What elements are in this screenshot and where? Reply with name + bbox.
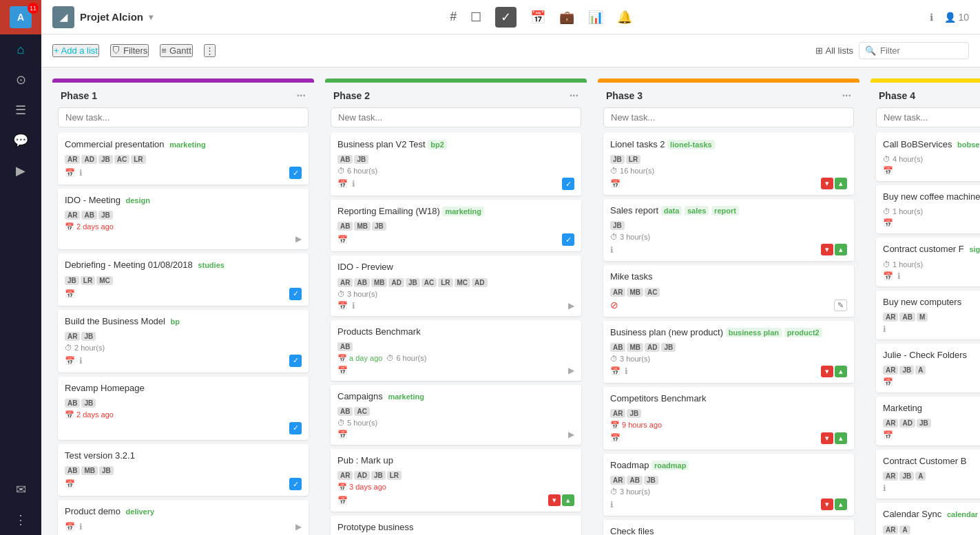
calendar-icon[interactable]: 📅: [530, 10, 545, 25]
sidebar-dots[interactable]: ⋮: [0, 505, 41, 535]
priority-up-button[interactable]: ▴: [835, 499, 847, 510]
task-card[interactable]: Products Benchmark AB📅 a day ago⏱ 6 hour…: [331, 320, 581, 381]
task-card[interactable]: Julie - Check Folders ARJBA📅: [876, 344, 980, 392]
avatar-chip: JB: [98, 155, 113, 164]
task-card[interactable]: Buy new coffee machine ⏱ 1 hour(s)📅: [876, 185, 980, 233]
task-checkbox[interactable]: ✓: [562, 233, 574, 246]
priority-up-button[interactable]: ▴: [562, 494, 574, 506]
filters-button[interactable]: ⛉ Filters: [110, 44, 149, 57]
priority-up-button[interactable]: ▴: [835, 432, 847, 444]
user-avatar[interactable]: A 11: [0, 0, 41, 34]
more-button[interactable]: ⋮: [204, 44, 216, 57]
task-card[interactable]: Commercial presentation marketing ARADJB…: [58, 133, 309, 185]
card-meta-icons: 📅: [65, 479, 75, 489]
card-meta-icons: 📅ℹ: [337, 179, 355, 189]
edit-button[interactable]: ✎: [834, 300, 847, 311]
card-avatars: ABMBADJB: [610, 343, 847, 352]
task-card[interactable]: Reporting Emailing (W18) marketing ABMBJ…: [331, 200, 581, 251]
task-card[interactable]: Campaigns marketing ABAC⏱ 5 hour(s)📅▶: [331, 385, 581, 445]
task-card[interactable]: Test version 3.2.1 ABMBJB📅✓: [58, 444, 309, 496]
all-lists-button[interactable]: ⊞ All lists: [815, 45, 853, 56]
user-count[interactable]: 👤 10: [944, 12, 969, 23]
priority-buttons: ▾ ▴: [821, 432, 847, 444]
calendar-meta-icon: 📅: [610, 433, 621, 443]
task-card[interactable]: Roadmap roadmap ARABJB⏱ 3 hour(s)ℹ ▾ ▴: [603, 454, 854, 516]
task-card[interactable]: Debriefing - Meeting 01/08/2018 studies …: [58, 253, 309, 305]
task-card[interactable]: Contract customer F signature ⏱ 1 hour(s…: [876, 238, 980, 286]
column-menu-button[interactable]: ···: [842, 90, 851, 102]
task-card[interactable]: Product demo delivery 📅ℹ▶: [58, 500, 309, 535]
calendar-meta-icon: 📅: [337, 179, 348, 189]
task-card[interactable]: Business plan (new product) business pla…: [603, 321, 854, 383]
sidebar-list[interactable]: ☰: [0, 95, 41, 125]
new-task-input[interactable]: [603, 107, 854, 127]
card-title: Competitors Benchmark: [610, 392, 847, 405]
task-card[interactable]: Revamp Homepage ABJB📅 2 days ago✓: [58, 377, 309, 440]
sidebar-mail[interactable]: ✉: [0, 474, 41, 505]
task-card[interactable]: Calendar Sync calendar ARA⏱ 2 hour(s)📅: [876, 503, 980, 535]
task-card[interactable]: Call BoBServices bobservices ⏱ 4 hour(s)…: [876, 133, 980, 181]
task-card[interactable]: Contract Customer B ARJBAℹ: [876, 450, 980, 499]
task-card[interactable]: Prototype business ARJBLR📅✓: [331, 516, 581, 535]
task-card[interactable]: Lionel tasks 2 lionel-tasks JBLR⏱ 16 hou…: [603, 133, 854, 195]
project-title[interactable]: ◢ Projet Alcion ▾: [52, 6, 153, 28]
sidebar-search[interactable]: ⊙: [0, 65, 41, 95]
priority-up-button[interactable]: ▴: [835, 366, 847, 377]
sidebar-home[interactable]: ⌂: [0, 34, 41, 65]
task-checkbox[interactable]: ✓: [289, 422, 302, 434]
task-card[interactable]: Check files ARADJBLR📅ℹ ▾ ▴: [603, 520, 854, 535]
gantt-button[interactable]: ≡ Gantt: [160, 44, 192, 57]
priority-down-button[interactable]: ▾: [821, 432, 833, 444]
expand-button[interactable]: ▶: [568, 366, 574, 375]
priority-down-button[interactable]: ▾: [821, 499, 833, 510]
task-card[interactable]: Competitors Benchmark ARJB📅 9 hours ago📅…: [603, 387, 854, 450]
card-meta-icons: 📅: [610, 433, 621, 443]
task-checkbox[interactable]: ✓: [289, 288, 302, 300]
task-card[interactable]: Mike tasks ARMBAC⊘✎: [603, 265, 854, 316]
briefcase-icon[interactable]: 💼: [559, 10, 574, 25]
card-date: 📅 2 days ago: [65, 222, 114, 231]
task-card[interactable]: IDO - Preview ARABMBADJBACLRMCAD⏱ 3 hour…: [331, 255, 581, 315]
document-icon[interactable]: ☐: [470, 10, 481, 25]
new-task-input[interactable]: [58, 107, 309, 127]
column-menu-button[interactable]: ···: [297, 90, 306, 102]
task-card[interactable]: Build the Business Model bp ARJB⏱ 2 hour…: [58, 310, 309, 373]
task-card[interactable]: Business plan V2 Test bp2 ABJB⏱ 6 hour(s…: [331, 133, 581, 196]
task-card[interactable]: IDO - Meeting design ARABJB📅 2 days ago▶: [58, 189, 309, 249]
chart-icon[interactable]: 📊: [588, 10, 603, 25]
task-checkbox[interactable]: ✓: [289, 478, 302, 490]
expand-button[interactable]: ▶: [295, 234, 302, 244]
task-card[interactable]: Buy new computers ARABMℹ: [876, 291, 980, 339]
task-card[interactable]: Pub : Mark up ARADJBLR📅 3 days ago📅 ▾ ▴: [331, 449, 581, 512]
task-checkbox[interactable]: ✓: [289, 167, 302, 179]
card-actions: ▶: [65, 234, 302, 244]
task-checkbox[interactable]: ✓: [562, 178, 574, 190]
task-checkbox[interactable]: ✓: [289, 355, 302, 367]
card-actions: 📅ℹ✓: [337, 178, 574, 190]
column-menu-button[interactable]: ···: [570, 90, 578, 102]
priority-down-button[interactable]: ▾: [548, 494, 561, 506]
card-actions: ℹ ▾ ▴: [610, 244, 847, 255]
priority-down-button[interactable]: ▾: [821, 244, 833, 255]
priority-down-button[interactable]: ▾: [821, 366, 833, 377]
priority-up-button[interactable]: ▴: [835, 178, 847, 189]
tasks-icon[interactable]: ✓: [495, 7, 517, 28]
expand-button[interactable]: ▶: [568, 430, 574, 439]
bell-icon[interactable]: 🔔: [617, 10, 632, 25]
expand-button[interactable]: ▶: [295, 522, 302, 532]
new-task-input[interactable]: [331, 107, 581, 127]
priority-down-button[interactable]: ▾: [821, 178, 833, 189]
priority-up-button[interactable]: ▴: [835, 244, 847, 255]
new-task-input[interactable]: [876, 107, 980, 127]
sidebar-chat[interactable]: 💬: [0, 125, 41, 156]
info-icon[interactable]: ℹ: [930, 12, 933, 23]
task-card[interactable]: Marketing ARADJB📅: [876, 397, 980, 445]
hash-icon[interactable]: #: [450, 10, 457, 24]
search-input[interactable]: [880, 45, 963, 56]
task-card[interactable]: Sales report data sales report JB⏱ 3 hou…: [603, 199, 854, 261]
add-list-button[interactable]: + Add a list: [52, 44, 99, 57]
sidebar-video[interactable]: ▶: [0, 156, 41, 186]
expand-button[interactable]: ▶: [568, 301, 574, 311]
card-meta-icons: 📅: [337, 366, 348, 375]
search-box: 🔍: [859, 42, 969, 59]
